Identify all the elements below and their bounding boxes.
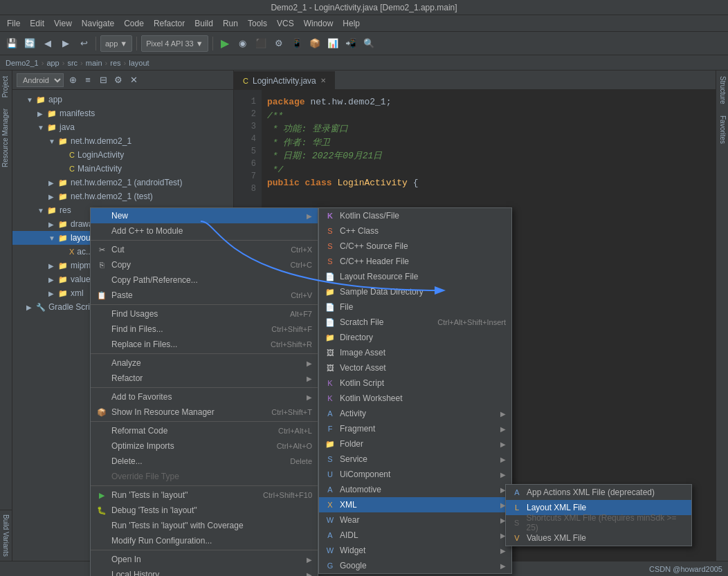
panel-btn-settings[interactable]: ⚙	[112, 74, 125, 86]
submenu-item-wear[interactable]: W Wear ▶	[319, 512, 511, 528]
ctx-item-delete[interactable]: Delete... Delete	[91, 454, 318, 469]
submenu-item-fragment[interactable]: F Fragment ▶	[319, 421, 511, 436]
submenu-item-scratch-file[interactable]: 📄 Scratch File Ctrl+Alt+Shift+Insert	[319, 315, 511, 330]
ctx-item-show-resource[interactable]: 📦 Show In Resource Manager Ctrl+Shift+T	[91, 405, 318, 420]
submenu-item-activity[interactable]: A Activity ▶	[319, 406, 511, 421]
sdk-button[interactable]: 📦	[307, 36, 322, 51]
tree-item-app[interactable]: ▼ 📁 app	[12, 93, 233, 106]
menu-window[interactable]: Window	[300, 17, 338, 30]
sync-button[interactable]: ⚙	[271, 36, 286, 51]
submenu-item-file[interactable]: 📄 File	[319, 299, 511, 315]
ctx-item-replace[interactable]: Replace in Files... Ctrl+Shift+R	[91, 337, 318, 352]
ctx-item-open-in[interactable]: Open In ▶	[91, 552, 318, 567]
submenu-item-directory[interactable]: 📁 Directory	[319, 330, 511, 345]
ctx-item-debug-tests[interactable]: 🐛 Debug 'Tests in 'layout''	[91, 503, 318, 518]
menu-navigate[interactable]: Navigate	[78, 17, 118, 30]
sidebar-tab-project[interactable]: Project	[0, 71, 12, 103]
panel-btn-add[interactable]: ⊕	[66, 74, 79, 86]
tree-item-java[interactable]: ▼ 📁 java	[12, 120, 233, 134]
toolbar-undo[interactable]: ↩	[76, 36, 91, 51]
sidebar-tab-build-variants[interactable]: Build Variants	[1, 510, 11, 561]
tree-item-test[interactable]: ▶ 📁 net.hw.demo2_1 (test)	[12, 189, 233, 203]
ctx-item-copy-path[interactable]: Copy Path/Reference...	[91, 272, 318, 288]
menu-build[interactable]: Build	[190, 17, 217, 30]
submenu-item-cpp-class[interactable]: S C++ Class	[319, 223, 511, 239]
menu-run[interactable]: Run	[219, 17, 242, 30]
toolbar-forward[interactable]: ▶	[58, 36, 73, 51]
submenu-xml-values[interactable]: V Values XML File	[506, 530, 691, 546]
submenu-item-kotlin-worksheet[interactable]: K Kotlin Worksheet	[319, 391, 511, 406]
sidebar-tab-favorites[interactable]: Favorites	[716, 110, 728, 149]
device-selector[interactable]: Pixel 4 API 33 ▼	[141, 35, 208, 52]
ctx-item-modify-run[interactable]: Modify Run Configuration...	[91, 533, 318, 548]
ctx-item-paste[interactable]: 📋 Paste Ctrl+V	[91, 288, 318, 303]
ctx-item-find-in-files[interactable]: Find in Files... Ctrl+Shift+F	[91, 322, 318, 337]
breadcrumb-item-3[interactable]: src	[67, 59, 78, 67]
toolbar-sync[interactable]: 🔄	[22, 36, 37, 51]
stop-button[interactable]: ⬛	[253, 36, 269, 51]
avd-button[interactable]: 📱	[289, 36, 304, 51]
submenu-item-automotive[interactable]: A Automotive ▶	[319, 482, 511, 497]
submenu-item-widget[interactable]: W Widget ▶	[319, 543, 511, 558]
ctx-item-refactor[interactable]: Refactor ▶	[91, 371, 318, 386]
ctx-item-reformat[interactable]: Reformat Code Ctrl+Alt+L	[91, 423, 318, 438]
ctx-item-addcpp[interactable]: Add C++ to Module	[91, 223, 318, 239]
tree-item-android-test[interactable]: ▶ 📁 net.hw.demo2_1 (androidTest)	[12, 176, 233, 189]
sidebar-tab-resource-manager[interactable]: Resource Manager	[0, 103, 12, 173]
view-selector[interactable]: Android	[17, 73, 64, 87]
tab-close-btn[interactable]: ✕	[320, 77, 326, 84]
submenu-xml-app-actions[interactable]: A App Actions XML File (deprecated)	[506, 485, 691, 500]
submenu-item-service[interactable]: S Service ▶	[319, 452, 511, 467]
tree-item-mainactivity[interactable]: C MainActivity	[12, 162, 233, 176]
ctx-item-new[interactable]: New ▶	[91, 208, 318, 223]
submenu-item-cpp-source[interactable]: S C/C++ Source File	[319, 239, 511, 254]
sidebar-tab-structure[interactable]: Structure	[716, 71, 728, 110]
tree-item-manifests[interactable]: ▶ 📁 manifests	[12, 106, 233, 120]
submenu-item-kotlin-script[interactable]: K Kotlin Script	[319, 375, 511, 391]
panel-btn-close[interactable]: ✕	[127, 74, 140, 86]
ctx-item-run-coverage[interactable]: Run 'Tests in 'layout'' with Coverage	[91, 518, 318, 533]
submenu-item-aidl[interactable]: A AIDL ▶	[319, 528, 511, 543]
menu-tools[interactable]: Tools	[244, 17, 271, 30]
toolbar-back[interactable]: ◀	[40, 36, 55, 51]
menu-code[interactable]: Code	[120, 17, 148, 30]
submenu-item-folder[interactable]: 📁 Folder ▶	[319, 436, 511, 452]
menu-vcs[interactable]: VCS	[273, 17, 298, 30]
breadcrumb-item-4[interactable]: main	[86, 59, 102, 67]
panel-btn-sync[interactable]: ≡	[82, 74, 94, 86]
submenu-item-layout-resource[interactable]: 📄 Layout Resource File	[319, 269, 511, 284]
layout-inspector[interactable]: 🔍	[361, 36, 376, 51]
submenu-item-xml[interactable]: X XML ▶	[319, 497, 511, 512]
toolbar-save[interactable]: 💾	[4, 36, 19, 51]
breadcrumb-item-5[interactable]: res	[110, 59, 120, 67]
ctx-item-local-history[interactable]: Local History ▶	[91, 567, 318, 576]
breadcrumb-item-2[interactable]: app	[46, 59, 59, 67]
app-selector[interactable]: app ▼	[100, 35, 132, 52]
ctx-item-optimize[interactable]: Optimize Imports Ctrl+Alt+O	[91, 438, 318, 454]
tree-item-package-main[interactable]: ▼ 📁 net.hw.demo2_1	[12, 134, 233, 148]
panel-btn-collapse[interactable]: ⊟	[97, 74, 109, 86]
menu-help[interactable]: Help	[338, 17, 364, 30]
device-manager[interactable]: 📲	[343, 36, 358, 51]
submenu-item-uicomponent[interactable]: U UiComponent ▶	[319, 467, 511, 482]
ctx-item-run-tests[interactable]: ▶ Run 'Tests in 'layout'' Ctrl+Shift+F10	[91, 487, 318, 503]
breadcrumb-item-6[interactable]: layout	[129, 59, 149, 67]
breadcrumb-item-1[interactable]: Demo2_1	[6, 59, 39, 67]
menu-edit[interactable]: Edit	[26, 17, 48, 30]
ctx-item-cut[interactable]: ✂ Cut Ctrl+X	[91, 242, 318, 257]
submenu-item-google[interactable]: G Google ▶	[319, 558, 511, 573]
tab-loginactivity[interactable]: C LoginActivity.java ✕	[234, 71, 335, 89]
ctx-item-find-usages[interactable]: Find Usages Alt+F7	[91, 306, 318, 322]
submenu-item-kotlin-class[interactable]: K Kotlin Class/File	[319, 208, 511, 223]
profiler-button[interactable]: 📊	[325, 36, 340, 51]
tree-item-loginactivity[interactable]: C LoginActivity	[12, 148, 233, 162]
run-button[interactable]: ▶	[217, 36, 233, 51]
ctx-item-copy[interactable]: ⎘ Copy Ctrl+C	[91, 257, 318, 272]
submenu-item-image-asset[interactable]: 🖼 Image Asset	[319, 345, 511, 360]
menu-view[interactable]: View	[50, 17, 76, 30]
ctx-item-analyze[interactable]: Analyze ▶	[91, 355, 318, 371]
submenu-item-cpp-header[interactable]: S C/C++ Header File	[319, 254, 511, 269]
submenu-item-sample-data[interactable]: 📁 Sample Data Directory	[319, 284, 511, 299]
menu-refactor[interactable]: Refactor	[149, 17, 189, 30]
ctx-item-add-favorites[interactable]: Add to Favorites ▶	[91, 389, 318, 405]
